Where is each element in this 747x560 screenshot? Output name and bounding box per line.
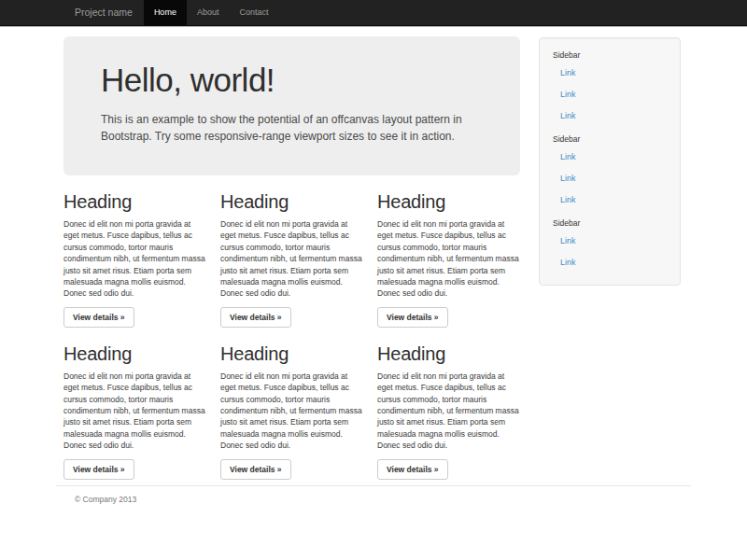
card-body-text: Donec id elit non mi porta gravida at eg…: [377, 218, 520, 300]
card-heading: Heading: [63, 343, 205, 365]
jumbotron-title: Hello, world!: [101, 62, 483, 99]
card-body-text: Donec id elit non mi porta gravida at eg…: [377, 371, 520, 452]
content-card: Heading Donec id elit non mi porta gravi…: [220, 328, 377, 480]
sidebar-group-header: Sidebar: [553, 216, 669, 231]
sidebar-link[interactable]: Link: [553, 84, 669, 105]
navbar: Project name HomeAboutContact: [0, 0, 747, 26]
main-column: Hello, world! This is an example to show…: [56, 26, 534, 480]
content-card: Heading Donec id elit non mi porta gravi…: [220, 175, 377, 328]
card-body-text: Donec id elit non mi porta gravida at eg…: [220, 218, 363, 300]
content-row: Hello, world! This is an example to show…: [56, 26, 691, 480]
nav-item-contact: Contact: [229, 0, 278, 26]
view-details-button[interactable]: View details »: [220, 459, 291, 480]
copyright-text: © Company 2013: [75, 495, 691, 504]
card-heading: Heading: [63, 190, 205, 213]
card-heading: Heading: [220, 190, 362, 213]
nav-item-about: About: [187, 0, 230, 26]
content-card: Heading Donec id elit non mi porta gravi…: [377, 175, 534, 328]
navbar-menu: HomeAboutContact: [144, 0, 279, 26]
view-details-button[interactable]: View details »: [377, 459, 448, 480]
card-heading: Heading: [377, 343, 519, 365]
sidebar-group: SidebarLinkLink: [553, 216, 669, 273]
content-card: Heading Donec id elit non mi porta gravi…: [63, 175, 220, 328]
sidebar-link[interactable]: Link: [553, 168, 669, 189]
page-container: Hello, world! This is an example to show…: [56, 26, 691, 504]
sidebar-link[interactable]: Link: [553, 189, 669, 211]
card-heading: Heading: [377, 190, 519, 213]
content-card: Heading Donec id elit non mi porta gravi…: [377, 328, 534, 480]
nav-link-contact[interactable]: Contact: [229, 0, 278, 25]
navbar-brand[interactable]: Project name: [56, 0, 144, 26]
view-details-button[interactable]: View details »: [63, 459, 134, 480]
sidebar-link[interactable]: Link: [553, 231, 669, 252]
sidebar-well: SidebarLinkLinkLinkSidebarLinkLinkLinkSi…: [539, 37, 681, 286]
sidebar-group: SidebarLinkLinkLink: [553, 132, 669, 211]
content-card: Heading Donec id elit non mi porta gravi…: [63, 328, 220, 480]
sidebar-group: SidebarLinkLinkLink: [553, 48, 669, 127]
footer-divider: [56, 485, 691, 486]
footer: © Company 2013: [56, 485, 691, 504]
nav-link-home[interactable]: Home: [144, 0, 187, 25]
card-body-text: Donec id elit non mi porta gravida at eg…: [220, 371, 363, 452]
view-details-button[interactable]: View details »: [220, 307, 291, 328]
view-details-button[interactable]: View details »: [63, 307, 134, 328]
cards-grid: Heading Donec id elit non mi porta gravi…: [63, 175, 534, 480]
sidebar-link[interactable]: Link: [553, 105, 669, 127]
card-body-text: Donec id elit non mi porta gravida at eg…: [63, 371, 206, 452]
view-details-button[interactable]: View details »: [377, 307, 448, 328]
jumbotron: Hello, world! This is an example to show…: [63, 36, 520, 175]
sidebar-column: SidebarLinkLinkLinkSidebarLinkLinkLinkSi…: [534, 26, 691, 286]
sidebar-link[interactable]: Link: [553, 252, 669, 273]
jumbotron-description: This is an example to show the potential…: [101, 111, 467, 145]
card-heading: Heading: [220, 343, 362, 365]
card-body-text: Donec id elit non mi porta gravida at eg…: [63, 218, 206, 300]
nav-item-home: Home: [144, 0, 187, 26]
nav-link-about[interactable]: About: [187, 0, 230, 25]
sidebar-link[interactable]: Link: [553, 147, 669, 168]
sidebar-link[interactable]: Link: [553, 63, 669, 84]
sidebar-group-header: Sidebar: [553, 132, 669, 147]
navbar-container: Project name HomeAboutContact: [56, 0, 691, 26]
sidebar-group-header: Sidebar: [553, 48, 669, 63]
